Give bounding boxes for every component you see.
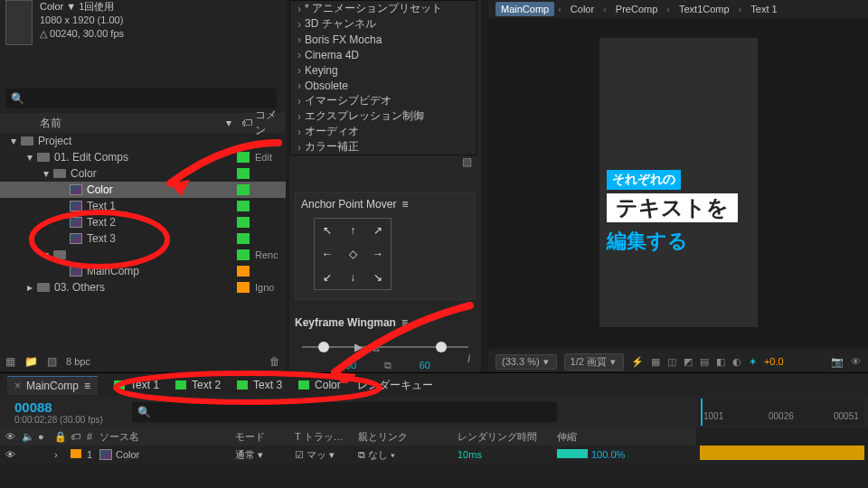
timeline-tab[interactable]: × MainComp ≡ — [7, 376, 98, 395]
layer-label-swatch[interactable] — [71, 449, 81, 458]
reset-exposure-icon[interactable]: ✶ — [749, 356, 757, 368]
viewer-tab[interactable]: Text 1 — [745, 2, 782, 16]
anchor-cell-6[interactable]: ↙ — [315, 266, 340, 289]
effects-category[interactable]: ›イマーシブビデオ — [290, 93, 476, 108]
label-icon[interactable]: 🏷 — [65, 431, 81, 442]
tree-row[interactable]: MainComp — [0, 263, 286, 279]
label-icon[interactable]: 🏷 — [239, 117, 255, 129]
layer-eye-icon[interactable]: 👁 — [0, 449, 16, 460]
anchor-cell-7[interactable]: ↓ — [340, 266, 365, 289]
layer-disclosure-icon[interactable]: › — [49, 449, 65, 460]
solo-icon[interactable]: ● — [33, 431, 49, 442]
tree-row[interactable]: Text 2 — [0, 214, 286, 230]
project-search-input[interactable] — [28, 91, 277, 107]
ease-in-knob[interactable] — [318, 342, 329, 352]
toggle-transparency-icon[interactable]: ▦ — [651, 356, 660, 368]
guides-icon[interactable]: ◧ — [716, 356, 725, 368]
effects-category[interactable]: ›Obsolete — [290, 78, 476, 93]
anchor-cell-0[interactable]: ↖ — [315, 219, 340, 242]
label-swatch[interactable] — [237, 282, 250, 293]
timeline-tab[interactable]: Text 1 — [114, 379, 159, 391]
tree-row[interactable]: Color — [0, 182, 286, 198]
label-swatch[interactable] — [237, 136, 250, 146]
effects-category[interactable]: ›3D チャンネル — [290, 16, 476, 32]
new-comp-shortcut-icon[interactable]: ▧ — [462, 155, 472, 172]
lock-icon[interactable]: 🔒 — [49, 431, 65, 443]
layer-duration-bar[interactable] — [700, 446, 864, 460]
disclosure-icon[interactable]: ▾ — [25, 151, 34, 164]
label-swatch[interactable] — [237, 184, 250, 195]
label-swatch[interactable] — [237, 217, 250, 228]
interpret-footage-icon[interactable]: ▦ — [5, 355, 15, 368]
disclosure-icon[interactable]: ▸ — [25, 281, 34, 294]
timeline-tab[interactable]: Text 2 — [175, 379, 221, 391]
label-swatch[interactable] — [237, 168, 250, 179]
effects-category[interactable]: ›エクスプレッション制御 — [290, 108, 476, 124]
disclosure-icon[interactable]: ▾ — [9, 135, 18, 147]
exposure-value[interactable]: +0.0 — [764, 356, 784, 367]
anchor-cell-2[interactable]: ↗ — [365, 219, 391, 242]
disclosure-icon[interactable]: ▾ — [42, 249, 51, 261]
sort-arrow-icon[interactable]: ▾ — [219, 117, 239, 129]
tree-row[interactable]: ▾Renc — [0, 247, 286, 263]
blend-mode-dropdown[interactable]: 通常 ▾ — [235, 449, 263, 460]
panel-menu-icon[interactable]: ≡ — [401, 316, 408, 329]
composition-canvas[interactable]: それぞれの テキストを 編集する — [599, 38, 758, 327]
timeline-tab[interactable]: Text 3 — [237, 379, 282, 391]
viewer-tab[interactable]: Color — [565, 2, 599, 16]
speaker-icon[interactable]: 🔈 — [16, 431, 33, 443]
layer-stretch[interactable]: 100.0% — [591, 449, 625, 460]
parent-dropdown[interactable]: ⧉ なし ▾ — [358, 449, 395, 460]
effects-category[interactable]: ›* アニメーションプリセット — [290, 1, 476, 16]
time-ruler[interactable]: 1001 00026 00051 — [698, 399, 864, 426]
anchor-cell-5[interactable]: → — [365, 242, 391, 266]
anchor-cell-8[interactable]: ↘ — [365, 266, 391, 289]
effects-category[interactable]: ›Boris FX Mocha — [290, 32, 476, 47]
snapshot-icon[interactable]: 📷 — [831, 356, 844, 368]
region-of-interest-icon[interactable]: ◫ — [667, 356, 676, 368]
effects-category[interactable]: ›Keying — [290, 62, 476, 78]
viewer-tab[interactable]: MainComp — [495, 2, 554, 16]
close-tab-icon[interactable]: × — [14, 380, 21, 392]
new-folder-icon[interactable]: 📁 — [24, 355, 38, 368]
timeline-tab[interactable]: Color — [298, 379, 341, 391]
ease-slider[interactable]: ▶ ⧖ — [302, 338, 468, 356]
effects-category[interactable]: ›カラー補正 — [290, 139, 476, 155]
link-icon[interactable]: ⧉ — [384, 360, 392, 371]
tree-row[interactable]: ▾01. Edit CompsEdit — [0, 149, 286, 165]
timeline-search[interactable]: 🔍 — [132, 402, 557, 422]
trash-icon[interactable]: 🗑 — [269, 355, 280, 368]
tree-row[interactable]: Text 3 — [0, 230, 286, 247]
panel-menu-icon[interactable]: ≡ — [401, 198, 408, 211]
trkmat-dropdown[interactable]: ☑ マッ ▾ — [295, 449, 335, 460]
bpc-toggle[interactable]: 8 bpc — [66, 356, 90, 367]
info-icon[interactable]: i — [467, 352, 470, 365]
viewer-canvas-area[interactable]: それぞれの テキストを 編集する — [488, 18, 868, 347]
col-name[interactable]: 名前 — [0, 116, 219, 131]
tree-row[interactable]: Text 1 — [0, 198, 286, 214]
toggle-mask-icon[interactable]: ◩ — [684, 356, 693, 368]
panel-menu-icon[interactable]: ≡ — [84, 380, 90, 392]
resolution-dropdown[interactable]: 1/2 画質 ▾ — [564, 353, 624, 371]
playhead[interactable] — [701, 399, 703, 426]
fast-preview-icon[interactable]: ⚡ — [631, 356, 644, 368]
viewer-tab[interactable]: Text1Comp — [674, 2, 735, 16]
new-comp-icon[interactable]: ▧ — [47, 355, 57, 368]
zoom-dropdown[interactable]: (33.3 %) ▾ — [495, 354, 557, 370]
tree-row[interactable]: ▸03. OthersIgno — [0, 279, 286, 296]
label-swatch[interactable] — [237, 249, 250, 260]
label-swatch[interactable] — [237, 152, 250, 163]
grid-icon[interactable]: ▤ — [700, 356, 709, 368]
channel-icon[interactable]: ◐ — [732, 356, 741, 368]
anchor-cell-4[interactable]: ◇ — [340, 242, 365, 266]
viewer-tab[interactable]: PreComp — [610, 2, 663, 16]
anchor-cell-1[interactable]: ↑ — [340, 219, 365, 242]
current-time[interactable]: 00088 0:00:02;28 (30.00 fps) — [0, 399, 127, 425]
eye-icon[interactable]: 👁 — [0, 431, 16, 442]
tree-row[interactable]: ▾Project — [0, 133, 286, 149]
tree-row[interactable]: ▾Color — [0, 165, 286, 182]
timeline-tab[interactable]: レンダーキュー — [357, 378, 433, 393]
label-swatch[interactable] — [237, 233, 250, 244]
label-swatch[interactable] — [237, 266, 250, 277]
anchor-cell-3[interactable]: ← — [315, 242, 340, 266]
